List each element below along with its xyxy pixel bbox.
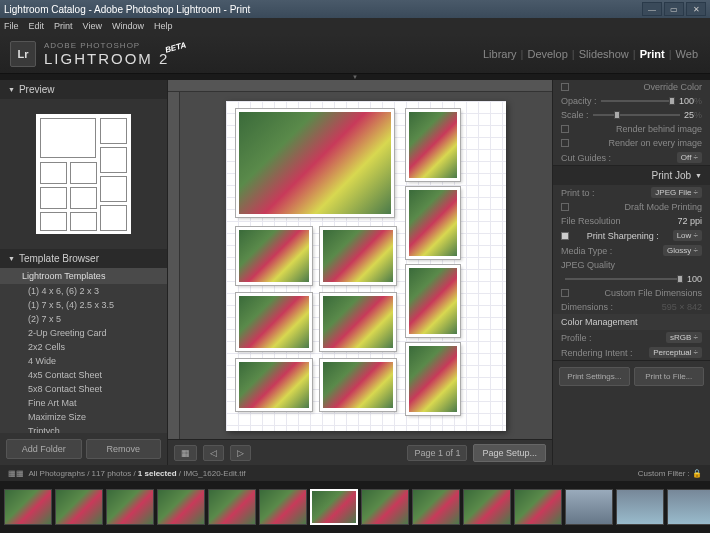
chevron-down-icon: ▼ [695, 172, 702, 179]
override-color-checkbox[interactable] [561, 83, 569, 91]
draft-mode-checkbox[interactable] [561, 203, 569, 211]
module-slideshow[interactable]: Slideshow [579, 48, 629, 60]
color-management-header: Color Management [553, 314, 710, 330]
close-button[interactable]: ✕ [686, 2, 706, 16]
template-item[interactable]: 4 Wide [0, 354, 167, 368]
add-folder-button[interactable]: Add Folder [6, 439, 82, 459]
layout-photo[interactable] [406, 109, 460, 181]
layout-photo[interactable] [236, 359, 312, 411]
filmstrip-thumb[interactable] [157, 489, 205, 525]
menu-print[interactable]: Print [54, 21, 73, 31]
template-item[interactable]: Maximize Size [0, 410, 167, 424]
filmstrip-thumb[interactable] [565, 489, 613, 525]
template-group-lightroom[interactable]: Lightroom Templates [0, 268, 167, 284]
filmstrip-thumb[interactable] [463, 489, 511, 525]
app-header: Lr ADOBE PHOTOSHOP LIGHTROOM 2 BETA Libr… [0, 34, 710, 74]
template-item[interactable]: (2) 7 x 5 [0, 312, 167, 326]
template-browser-list: Lightroom Templates (1) 4 x 6, (6) 2 x 3… [0, 268, 167, 433]
custom-filter-label: Custom Filter : [638, 469, 690, 478]
template-item[interactable]: (1) 7 x 5, (4) 2.5 x 3.5 [0, 298, 167, 312]
filmstrip-thumb[interactable] [667, 489, 710, 525]
print-to-file-button[interactable]: Print to File... [634, 367, 705, 386]
filmstrip-thumb[interactable] [208, 489, 256, 525]
template-item[interactable]: Triptych [0, 424, 167, 433]
layout-photo[interactable] [236, 293, 312, 351]
filmstrip-thumb[interactable] [4, 489, 52, 525]
menu-view[interactable]: View [83, 21, 102, 31]
opacity-slider[interactable] [601, 100, 675, 102]
page-setup-button[interactable]: Page Setup... [473, 444, 546, 462]
layout-photo[interactable] [320, 359, 396, 411]
jpeg-quality-slider[interactable] [565, 278, 683, 280]
print-job-header[interactable]: Print Job▼ [553, 166, 710, 185]
profile-dropdown[interactable]: sRGB ÷ [666, 332, 702, 343]
module-print[interactable]: Print [640, 48, 665, 60]
file-resolution-value[interactable]: 72 [677, 216, 687, 226]
next-page-button[interactable]: ▷ [230, 445, 251, 461]
window-title: Lightroom Catalog - Adobe Photoshop Ligh… [4, 4, 250, 15]
layout-photo[interactable] [406, 265, 460, 337]
module-web[interactable]: Web [676, 48, 698, 60]
filmstrip-thumb[interactable] [361, 489, 409, 525]
rendering-intent-dropdown[interactable]: Perceptual ÷ [649, 347, 702, 358]
template-item[interactable]: Fine Art Mat [0, 396, 167, 410]
template-item[interactable]: (1) 4 x 6, (6) 2 x 3 [0, 284, 167, 298]
module-library[interactable]: Library [483, 48, 517, 60]
layout-photo[interactable] [236, 109, 394, 217]
preview-panel-header[interactable]: ▼ Preview [0, 80, 167, 99]
right-panel: Override Color Opacity :100% Scale :25% … [552, 80, 710, 465]
use-selected-toggle[interactable]: ▦ [174, 445, 197, 461]
print-to-dropdown[interactable]: JPEG File ÷ [651, 187, 702, 198]
menu-edit[interactable]: Edit [29, 21, 45, 31]
template-item[interactable]: 2x2 Cells [0, 340, 167, 354]
template-item[interactable]: 4x5 Contact Sheet [0, 368, 167, 382]
print-canvas[interactable] [180, 92, 552, 439]
filmstrip-thumb[interactable] [55, 489, 103, 525]
render-behind-checkbox[interactable] [561, 125, 569, 133]
filter-lock-icon[interactable]: 🔒 [692, 469, 702, 478]
filmstrip-thumb[interactable] [259, 489, 307, 525]
filmstrip-thumb[interactable] [514, 489, 562, 525]
filmstrip-thumb-selected[interactable] [310, 489, 358, 525]
template-item[interactable]: 2-Up Greeting Card [0, 326, 167, 340]
left-panel: ▼ Preview ▼ Template Browser Lig [0, 80, 168, 465]
remove-button[interactable]: Remove [86, 439, 162, 459]
prev-page-button[interactable]: ◁ [203, 445, 224, 461]
layout-photo[interactable] [236, 227, 312, 285]
template-item[interactable]: 5x8 Contact Sheet [0, 382, 167, 396]
ruler-vertical [168, 92, 180, 439]
media-type-dropdown[interactable]: Glossy ÷ [663, 245, 702, 256]
layout-photo[interactable] [320, 227, 396, 285]
window-titlebar: Lightroom Catalog - Adobe Photoshop Ligh… [0, 0, 710, 18]
menu-bar: File Edit Print View Window Help [0, 18, 710, 34]
module-develop[interactable]: Develop [527, 48, 567, 60]
center-panel: ▦ ◁ ▷ Page 1 of 1 Page Setup... [168, 80, 552, 465]
chevron-down-icon: ▼ [8, 255, 15, 262]
menu-file[interactable]: File [4, 21, 19, 31]
layout-photo[interactable] [320, 293, 396, 351]
filmstrip-thumb[interactable] [106, 489, 154, 525]
app-logo: Lr [10, 41, 36, 67]
custom-dimensions-checkbox[interactable] [561, 289, 569, 297]
filmstrip-thumb[interactable] [412, 489, 460, 525]
filmstrip-thumb[interactable] [616, 489, 664, 525]
print-settings-button[interactable]: Print Settings... [559, 367, 630, 386]
chevron-down-icon: ▼ [8, 86, 15, 93]
template-browser-header[interactable]: ▼ Template Browser [0, 249, 167, 268]
sharpening-dropdown[interactable]: Low ÷ [673, 230, 702, 241]
layout-photo[interactable] [406, 187, 460, 259]
menu-window[interactable]: Window [112, 21, 144, 31]
scale-slider[interactable] [593, 114, 680, 116]
product-name: ADOBE PHOTOSHOP LIGHTROOM 2 [44, 41, 169, 67]
sharpening-checkbox[interactable] [561, 232, 569, 240]
layout-photo[interactable] [406, 343, 460, 415]
second-monitor-button[interactable]: ▦▦ [8, 469, 24, 478]
cut-guides-dropdown[interactable]: Off ÷ [677, 152, 702, 163]
menu-help[interactable]: Help [154, 21, 173, 31]
render-every-checkbox[interactable] [561, 139, 569, 147]
filmstrip[interactable] [0, 481, 710, 533]
center-toolbar: ▦ ◁ ▷ Page 1 of 1 Page Setup... [168, 439, 552, 465]
minimize-button[interactable]: — [642, 2, 662, 16]
filmstrip-nav-text[interactable]: All Photographs / 117 photos / 1 selecte… [28, 469, 245, 478]
maximize-button[interactable]: ▭ [664, 2, 684, 16]
